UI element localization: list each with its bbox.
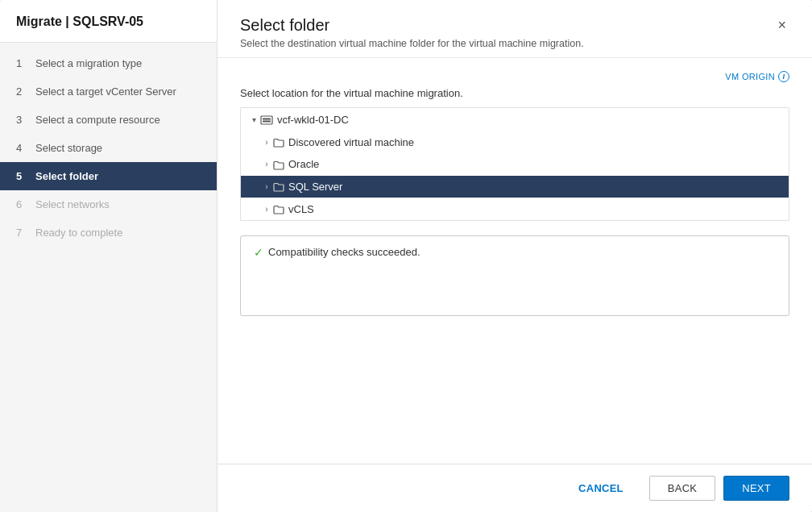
folder-icon <box>273 158 288 171</box>
tree-item-label: vCLS <box>288 203 782 215</box>
chevron-icon: › <box>260 205 273 214</box>
tree-item-label: Discovered virtual machine <box>288 136 782 148</box>
compat-message: Compatibility checks succeeded. <box>268 246 420 258</box>
chevron-icon: › <box>260 182 273 191</box>
panel-subtitle: Select the destination virtual machine f… <box>240 38 584 49</box>
sidebar-step-undefined[interactable]: 5Select folder <box>0 162 217 190</box>
tree-item-sqlserver[interactable]: › SQL Server <box>241 176 789 198</box>
folder-icon <box>273 136 288 149</box>
step-num: 5 <box>16 170 29 182</box>
folder-icon <box>260 113 277 127</box>
tree-item-discovered[interactable]: › Discovered virtual machine <box>241 131 789 154</box>
step-label: Ready to complete <box>35 227 122 239</box>
tree-item-vcls[interactable]: › vCLS <box>241 198 789 220</box>
cancel-button[interactable]: CANCEL <box>561 476 641 501</box>
step-num: 7 <box>16 227 29 239</box>
compatibility-box: ✓ Compatibility checks succeeded. <box>240 235 789 316</box>
main-header: Select folder Select the destination vir… <box>218 0 812 58</box>
main-body: VM ORIGIN i Select location for the virt… <box>218 58 812 464</box>
folder-icon <box>273 202 288 215</box>
chevron-icon: › <box>260 138 273 147</box>
tree-item-root[interactable]: ▾ vcf-wkld-01-DC <box>241 108 789 131</box>
svg-rect-0 <box>261 116 272 124</box>
back-button[interactable]: BACK <box>649 476 715 501</box>
next-button[interactable]: NEXT <box>723 476 789 501</box>
sidebar-step-undefined[interactable]: 1Select a migration type <box>0 49 217 77</box>
footer: CANCEL BACK NEXT <box>218 464 812 512</box>
sidebar-step-undefined: 7Ready to complete <box>0 219 217 247</box>
steps-list: 1Select a migration type2Select a target… <box>0 43 217 253</box>
tree-item-label: SQL Server <box>288 181 782 193</box>
step-num: 1 <box>16 57 29 69</box>
folder-tree: ▾ vcf-wkld-01-DC › Discovered virtual ma… <box>240 107 789 221</box>
step-label: Select a target vCenter Server <box>35 85 176 98</box>
svg-rect-2 <box>263 120 271 122</box>
tree-item-label: Oracle <box>288 158 782 170</box>
vm-origin-label: VM ORIGIN <box>725 72 775 81</box>
close-button[interactable]: × <box>774 18 789 32</box>
vm-origin-link[interactable]: VM ORIGIN i <box>725 71 789 82</box>
step-label: Select folder <box>35 170 98 182</box>
select-location-label: Select location for the virtual machine … <box>240 87 789 99</box>
svg-rect-1 <box>263 118 271 119</box>
check-icon: ✓ <box>254 246 263 259</box>
sidebar-step-undefined[interactable]: 2Select a target vCenter Server <box>0 77 217 106</box>
compat-row: ✓ Compatibility checks succeeded. <box>254 246 776 259</box>
sidebar-step-undefined[interactable]: 4Select storage <box>0 134 217 162</box>
vm-origin-bar: VM ORIGIN i <box>240 71 789 82</box>
chevron-icon: ▾ <box>247 115 260 124</box>
tree-item-label: vcf-wkld-01-DC <box>277 114 782 126</box>
step-label: Select networks <box>35 198 110 210</box>
main-panel: Select folder Select the destination vir… <box>218 0 812 512</box>
step-num: 4 <box>16 142 29 154</box>
step-num: 3 <box>16 114 29 126</box>
folder-icon <box>273 181 288 194</box>
sidebar: Migrate | SQLSRV-05 1Select a migration … <box>0 0 218 512</box>
step-num: 6 <box>16 198 29 210</box>
migrate-dialog: Migrate | SQLSRV-05 1Select a migration … <box>0 0 812 512</box>
tree-item-oracle[interactable]: › Oracle <box>241 153 789 176</box>
step-label: Select a compute resource <box>35 114 160 126</box>
step-label: Select storage <box>35 142 102 154</box>
sidebar-step-undefined: 6Select networks <box>0 190 217 219</box>
dialog-title: Migrate | SQLSRV-05 <box>0 0 217 43</box>
sidebar-step-undefined[interactable]: 3Select a compute resource <box>0 106 217 134</box>
panel-title: Select folder <box>240 16 584 35</box>
info-icon: i <box>778 71 789 82</box>
step-label: Select a migration type <box>35 57 142 69</box>
chevron-icon: › <box>260 160 273 169</box>
step-num: 2 <box>16 85 29 98</box>
